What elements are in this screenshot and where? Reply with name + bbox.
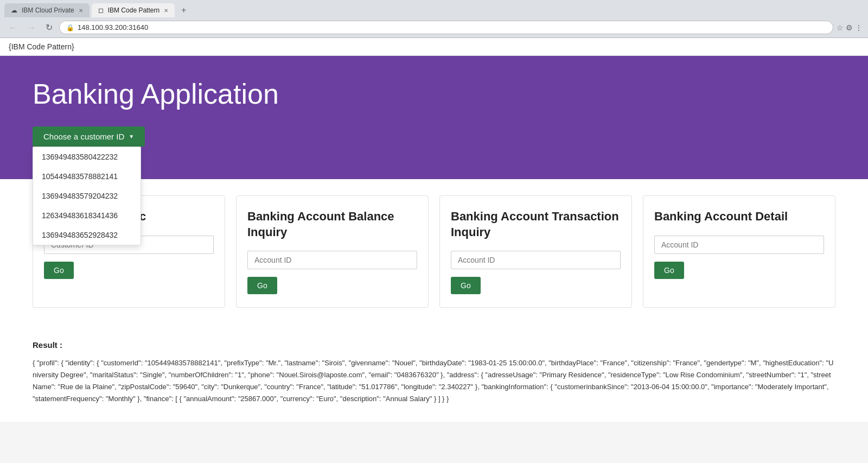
- page-title: {IBM Code Pattern}: [9, 42, 74, 51]
- choose-customer-button[interactable]: Choose a customer ID ▼: [33, 126, 145, 147]
- detail-go-button[interactable]: Go: [654, 262, 684, 279]
- dropdown-item-3[interactable]: 126349483618341436: [33, 206, 141, 225]
- dropdown-item-4[interactable]: 136949483652928432: [33, 225, 141, 245]
- address-bar-row: ← → ↻ 🔒 148.100.93.200:31640 ☆ ⚙ ⋮: [0, 17, 868, 37]
- bookmark-button[interactable]: ☆: [837, 23, 844, 32]
- back-button[interactable]: ←: [5, 22, 21, 34]
- result-section: Result : { "profil": { "identity": { "cu…: [0, 324, 868, 421]
- customer-dropdown-wrapper: Choose a customer ID ▼ 13694948358042223…: [33, 126, 145, 147]
- transaction-go-button[interactable]: Go: [451, 277, 481, 294]
- address-bar-actions: ☆ ⚙ ⋮: [837, 23, 863, 32]
- address-text: 148.100.93.200:31640: [78, 23, 826, 31]
- hero-section: Banking Application Choose a customer ID…: [0, 56, 868, 179]
- dropdown-label: Choose a customer ID: [43, 132, 124, 141]
- lock-icon: 🔒: [66, 24, 74, 31]
- card-title: Banking Account Balance Inquiry: [247, 209, 417, 240]
- tab-ibm-cloud-private[interactable]: ☁ IBM Cloud Private ✕: [4, 3, 90, 17]
- card-title: Banking Account Transaction Inquiry: [451, 209, 621, 240]
- reload-button[interactable]: ↻: [42, 21, 56, 34]
- page-title-bar: {IBM Code Pattern}: [0, 38, 868, 56]
- card-transaction-inquiry: Banking Account Transaction Inquiry Go: [439, 195, 632, 308]
- hero-title: Banking Application: [33, 78, 835, 110]
- tab-favicon: ☁: [11, 7, 17, 14]
- card-title: Banking Account Detail: [654, 209, 824, 225]
- tab-ibm-code-pattern[interactable]: ◻ IBM Code Pattern ✕: [92, 3, 175, 17]
- address-bar[interactable]: 🔒 148.100.93.200:31640: [59, 21, 833, 34]
- tab-close-btn[interactable]: ✕: [164, 8, 168, 14]
- detail-account-id-input[interactable]: [654, 236, 824, 254]
- transaction-account-id-input[interactable]: [451, 251, 621, 269]
- card-account-detail: Banking Account Detail Go: [643, 195, 835, 308]
- menu-button[interactable]: ⋮: [855, 23, 863, 32]
- browser-chrome: ☁ IBM Cloud Private ✕ ◻ IBM Code Pattern…: [0, 0, 868, 38]
- balance-account-id-input[interactable]: [247, 251, 417, 269]
- tab-close-btn[interactable]: ✕: [79, 8, 83, 14]
- balance-go-button[interactable]: Go: [247, 277, 277, 294]
- dropdown-item-1[interactable]: 105449483578882141: [33, 167, 141, 186]
- tab-favicon: ◻: [98, 7, 104, 14]
- tab-label: IBM Cloud Private: [22, 7, 74, 14]
- result-json: { "profil": { "identity": { "customerId"…: [33, 357, 835, 405]
- tab-bar: ☁ IBM Cloud Private ✕ ◻ IBM Code Pattern…: [0, 0, 868, 17]
- customer-go-button[interactable]: Go: [44, 262, 74, 279]
- result-label: Result :: [33, 340, 835, 350]
- dropdown-item-2[interactable]: 136949483579204232: [33, 186, 141, 206]
- customer-dropdown-menu: 136949483580422232 105449483578882141 13…: [33, 147, 141, 245]
- dropdown-caret-icon: ▼: [129, 134, 134, 139]
- card-balance-inquiry: Banking Account Balance Inquiry Go: [236, 195, 429, 308]
- extensions-button[interactable]: ⚙: [846, 23, 853, 32]
- dropdown-item-0[interactable]: 136949483580422232: [33, 147, 141, 167]
- new-tab-button[interactable]: +: [177, 3, 190, 17]
- tab-label: IBM Code Pattern: [108, 7, 159, 14]
- forward-button[interactable]: →: [24, 22, 39, 34]
